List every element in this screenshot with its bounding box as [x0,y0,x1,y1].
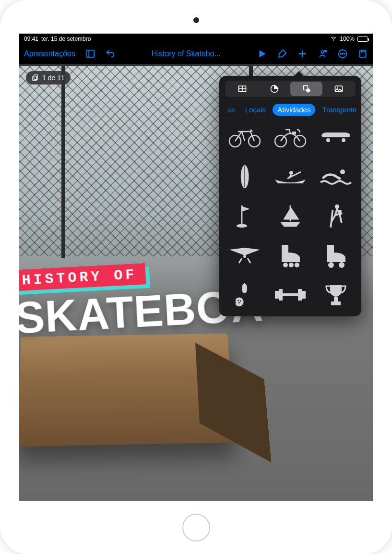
status-date: ter. 15 de setembro [41,36,91,42]
back-button[interactable]: Apresentações [24,49,75,58]
document-title[interactable]: History of Skatebo... [152,49,221,58]
shape-category-row: as Locais Atividades Transporte [219,102,361,120]
category-partial-prev[interactable]: as [228,106,236,114]
svg-point-32 [340,169,345,174]
shape-bicycle[interactable] [224,123,265,151]
svg-point-39 [289,263,294,267]
svg-point-7 [340,53,341,54]
shape-trophy[interactable] [316,281,356,309]
category-atividades[interactable]: Atividades [273,104,315,116]
shape-golf-flag[interactable] [224,202,265,230]
slides-icon [32,74,39,82]
roller-skate-quad-icon [322,243,349,268]
svg-rect-50 [298,289,302,301]
play-icon[interactable] [257,48,267,59]
svg-point-45 [240,301,241,302]
format-brush-icon[interactable] [277,48,287,59]
slide-counter-pill[interactable]: 1 de 11 [26,71,71,84]
insert-popover: as Locais Atividades Transporte [219,76,361,316]
media-icon [334,84,344,94]
svg-point-4 [321,50,324,53]
svg-point-40 [295,263,299,267]
shape-surfboard[interactable] [224,163,265,191]
shape-skateboard[interactable] [316,123,356,151]
device-camera [193,17,199,23]
trophy-icon [324,282,347,307]
svg-point-42 [339,262,344,268]
slide-ramp-bg [19,333,235,446]
shape-roller-skate[interactable] [270,241,310,269]
svg-point-31 [289,171,293,175]
sailboat-icon [278,204,303,229]
svg-point-34 [237,224,247,228]
svg-point-27 [326,138,330,142]
surfboard-icon [239,164,250,189]
svg-rect-52 [334,297,338,301]
more-icon[interactable] [337,48,348,59]
svg-point-46 [238,302,240,303]
bicycle-cruiser-icon [273,127,308,148]
svg-rect-0 [86,50,94,57]
shape-dumbbell[interactable] [270,281,310,309]
navigator-toggle-icon[interactable] [85,48,95,59]
svg-point-28 [342,138,345,142]
svg-rect-47 [275,291,279,299]
svg-rect-49 [283,293,298,296]
svg-point-9 [344,53,345,54]
status-time: 09:41 [24,36,38,42]
segment-table[interactable] [226,82,258,96]
fence-post [61,66,65,258]
status-bar: 09:41 ter. 15 de setembro 100% [19,34,373,43]
svg-rect-12 [33,76,36,81]
category-locais[interactable]: Locais [240,104,271,116]
svg-rect-53 [331,301,341,305]
shape-bicycle-cruiser[interactable] [270,123,310,151]
shape-hiking[interactable] [316,202,356,230]
collaborate-icon[interactable] [317,48,328,59]
add-icon[interactable] [297,48,308,59]
chart-icon [270,84,279,94]
svg-point-38 [283,263,288,267]
svg-point-5 [325,50,327,52]
hang-glider-icon [227,246,262,265]
svg-rect-26 [292,132,296,134]
svg-point-41 [328,262,334,268]
svg-point-43 [236,298,244,307]
insert-segmented-control [225,81,356,97]
tips-icon[interactable] [357,48,368,59]
toolbar: Apresentações History of Skatebo... [19,43,373,64]
dumbbell-icon [273,288,308,301]
bowling-pin-icon [236,282,253,307]
shape-sailboat[interactable] [270,202,310,230]
segment-chart[interactable] [258,82,290,96]
swimming-icon [319,168,353,185]
screen: 09:41 ter. 15 de setembro 100% Apresenta… [19,34,373,501]
shape-icon [302,84,311,94]
roller-skate-icon [277,243,304,268]
slide-counter-text: 1 de 11 [42,74,65,82]
wifi-icon [330,35,337,43]
battery-pct: 100% [340,36,355,42]
segment-media[interactable] [322,82,355,96]
hiking-icon [327,204,345,229]
svg-point-8 [342,53,343,54]
home-button[interactable] [182,514,210,542]
category-transporte[interactable]: Transporte [317,104,361,116]
bicycle-icon [227,127,262,148]
segment-shape[interactable] [290,82,322,96]
svg-rect-11 [34,75,38,79]
shape-bowling-pin[interactable] [224,281,265,309]
table-icon [238,84,247,94]
shape-rowing[interactable] [270,163,310,191]
svg-point-37 [243,255,246,258]
shape-hang-glider[interactable] [224,241,265,269]
shape-roller-skate-quad[interactable] [316,241,356,269]
shape-swimming[interactable] [316,163,356,191]
svg-point-44 [238,300,239,301]
shape-grid [219,120,361,312]
undo-icon[interactable] [105,48,116,59]
skateboard-icon [319,132,353,143]
svg-rect-48 [279,289,283,301]
svg-rect-36 [338,210,341,215]
svg-point-17 [306,88,310,92]
